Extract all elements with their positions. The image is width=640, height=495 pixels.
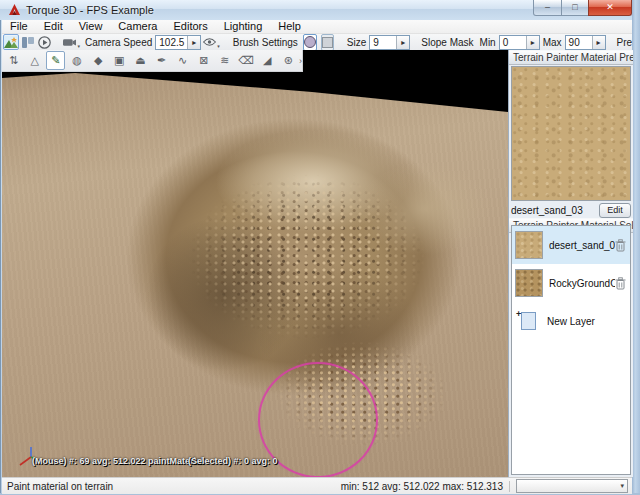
clear-tool[interactable]: ✒	[152, 51, 171, 70]
status-dropdown[interactable]: ▾	[516, 479, 628, 493]
ramp-tool[interactable]: ◢	[258, 51, 277, 70]
status-separator	[509, 481, 510, 492]
minimize-icon: –	[545, 3, 550, 12]
smudge-tool[interactable]: ∿	[173, 51, 192, 70]
material-item-rocky-ground-cover[interactable]: RockyGroundCover	[512, 264, 630, 302]
close-icon: ✕	[606, 3, 614, 12]
window-title: Torque 3D - FPS Example	[26, 4, 154, 16]
size-label: Size	[347, 37, 366, 48]
viewport-3d[interactable]: (Mouse) #: 69 avg: 512.022 paintMaterial…	[2, 50, 508, 477]
maximize-icon: □	[572, 3, 577, 12]
erase-tool[interactable]: ⌫	[237, 51, 256, 70]
mountain-icon	[4, 36, 18, 48]
set-height-tool[interactable]: ⏏	[131, 51, 150, 70]
brush-size-field[interactable]: 9 ▸	[369, 35, 410, 50]
menu-editors[interactable]: Editors	[165, 20, 215, 33]
slope-max-label: Max	[543, 37, 562, 48]
main-toolbar: ▾ Camera Speed 102.5 ▸ ▾ Brush Settings …	[2, 34, 632, 51]
play-icon	[38, 36, 51, 49]
raise-height-tool[interactable]: △	[25, 51, 44, 70]
panels-icon	[22, 37, 34, 48]
slope-max-spinner[interactable]: ▸	[592, 36, 605, 49]
maximize-button[interactable]: □	[562, 0, 588, 16]
selected-material-name: desert_sand_03	[511, 205, 599, 216]
new-layer-icon: +	[515, 308, 541, 334]
flatten-tool[interactable]: ▣	[110, 51, 129, 70]
menu-camera[interactable]: Camera	[110, 20, 165, 33]
title-bar: Torque 3D - FPS Example – □ ✕	[0, 0, 640, 20]
torque-3d-window: Torque 3D - FPS Example – □ ✕ File Edit …	[0, 0, 640, 495]
selected-terrain-info: (Selected) #: 0 avg: 0	[188, 456, 278, 466]
menu-file[interactable]: File	[2, 20, 36, 33]
window-border-right	[632, 0, 640, 495]
material-preview-header: Terrain Painter Material Preview	[509, 50, 633, 65]
mouse-terrain-info: (Mouse) #: 69 avg: 512.022 paintMaterial	[32, 456, 204, 466]
material-item-new-layer[interactable]: + New Layer	[512, 302, 630, 340]
material-thumbnail	[515, 269, 543, 297]
app-logo-icon	[8, 4, 21, 16]
camera-speed-value: 102.5	[156, 37, 187, 48]
camera-flyout-arrow: ▾	[77, 43, 80, 49]
material-thumbnail	[515, 231, 543, 259]
delete-layer-icon[interactable]	[615, 277, 626, 290]
brush-shape-ellipse-button[interactable]	[303, 34, 317, 51]
material-preview-image	[511, 66, 631, 201]
brush-settings-label: Brush Settings	[233, 37, 298, 48]
menu-bar: File Edit View Camera Editors Lighting H…	[2, 20, 632, 34]
material-name-row: desert_sand_03 Edit	[509, 202, 633, 218]
brush-size-spinner[interactable]: ▸	[396, 36, 409, 49]
brush-shape-box-button[interactable]	[321, 34, 334, 51]
editor-panels-button[interactable]	[21, 34, 35, 50]
minimize-button[interactable]: –	[533, 0, 562, 16]
ellipse-brush-icon	[304, 36, 316, 48]
terrain-tools-toolbar: ⇅ △ ✎ ◍ ◆ ▣ ⏏ ✒ ∿ ⊠ ≋ ⌫ ◢ ⊛ ›	[2, 50, 303, 72]
delete-layer-icon[interactable]	[615, 239, 626, 252]
camera-speed-field[interactable]: 102.5 ▸	[155, 35, 201, 50]
edit-material-button[interactable]: Edit	[599, 203, 631, 218]
terrain-editor-mode-button[interactable]	[3, 34, 19, 50]
material-list: desert_sand_03 RockyGroundCover	[511, 225, 631, 475]
status-hint-text: Paint material on terrain	[7, 481, 113, 492]
soften-tool[interactable]: ≋	[215, 51, 234, 70]
play-game-button[interactable]	[37, 34, 52, 50]
paint-noise-tool[interactable]: ◆	[89, 51, 108, 70]
slope-mask-label: Slope Mask	[421, 37, 473, 48]
terrain-height-stats: min: 512 avg: 512.022 max: 512.313	[341, 481, 503, 492]
status-bar: Paint material on terrain min: 512 avg: …	[2, 477, 632, 494]
close-button[interactable]: ✕	[588, 0, 632, 16]
toolbar-overflow-icon[interactable]: ›	[299, 56, 302, 66]
smooth-tool[interactable]: ◍	[67, 51, 86, 70]
terrain-painter-panel: Terrain Painter Material Preview desert_…	[508, 50, 633, 477]
chevron-down-icon: ▾	[620, 482, 624, 490]
visibility-flyout-arrow: ▾	[217, 43, 220, 49]
menu-lighting[interactable]: Lighting	[216, 20, 271, 33]
camera-icon	[63, 38, 76, 47]
slope-max-value: 90	[566, 37, 592, 48]
eye-icon	[203, 38, 216, 46]
menu-view[interactable]: View	[71, 20, 111, 33]
slope-min-value: 0	[500, 37, 526, 48]
brush-size-value: 9	[370, 37, 396, 48]
camera-menu-button[interactable]: ▾	[62, 34, 81, 50]
material-item-desert-sand[interactable]: desert_sand_03	[512, 226, 630, 264]
slope-max-field[interactable]: 90 ▸	[565, 35, 606, 50]
camera-speed-label: Camera Speed	[85, 37, 152, 48]
slope-min-field[interactable]: 0 ▸	[499, 35, 540, 50]
paint-material-tool[interactable]: ✎	[46, 51, 65, 70]
navigate-tool[interactable]: ⊛	[279, 51, 298, 70]
grab-terrain-tool[interactable]: ⇅	[4, 51, 23, 70]
box-brush-icon	[322, 37, 333, 48]
menu-edit[interactable]: Edit	[36, 20, 71, 33]
menu-help[interactable]: Help	[270, 20, 309, 33]
terrain-ground	[2, 50, 508, 477]
slope-min-label: Min	[480, 37, 496, 48]
select-tool[interactable]: ⊠	[194, 51, 213, 70]
window-controls: – □ ✕	[533, 0, 632, 16]
slope-min-spinner[interactable]: ▸	[526, 36, 539, 49]
camera-speed-spinner[interactable]: ▸	[187, 36, 200, 49]
visibility-menu-button[interactable]: ▾	[202, 34, 221, 50]
